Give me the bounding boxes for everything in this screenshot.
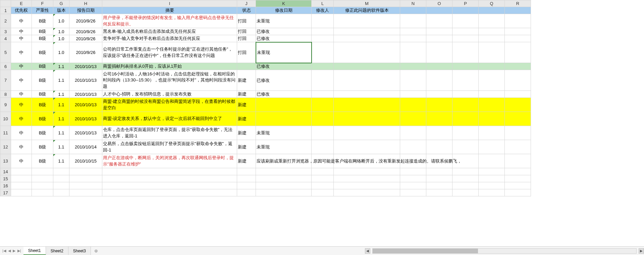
cell-N14[interactable] bbox=[400, 168, 426, 175]
cell-P7[interactable] bbox=[452, 70, 479, 91]
header-cell-K[interactable]: 修改日期 bbox=[256, 7, 312, 14]
cell-H10[interactable]: 2010/10/13 bbox=[69, 112, 102, 126]
cell-R7[interactable] bbox=[505, 70, 531, 91]
cell-E13[interactable]: 中 bbox=[11, 154, 32, 168]
cell-E3[interactable]: 中 bbox=[11, 28, 32, 35]
cell-N17[interactable] bbox=[400, 189, 426, 196]
cell-J13[interactable]: 新建 bbox=[237, 154, 256, 168]
cell-O13[interactable] bbox=[426, 154, 452, 168]
cell-J6[interactable] bbox=[237, 63, 256, 70]
header-cell-L[interactable]: 修改人 bbox=[312, 7, 334, 14]
cell-G7[interactable]: 1.1 bbox=[53, 70, 69, 91]
cell-F5[interactable]: B级 bbox=[32, 42, 53, 63]
cell-O3[interactable] bbox=[426, 28, 452, 35]
add-sheet-button[interactable]: ⊕ bbox=[91, 248, 101, 253]
cell-M17[interactable] bbox=[334, 189, 400, 196]
cell-R15[interactable] bbox=[505, 175, 531, 182]
horizontal-scrollbar[interactable] bbox=[372, 248, 637, 254]
cell-E6[interactable]: 中 bbox=[11, 63, 32, 70]
cell-N10[interactable] bbox=[400, 112, 426, 126]
cell-Q12[interactable] bbox=[479, 140, 505, 154]
row-header-11[interactable]: 11 bbox=[0, 126, 11, 140]
cell-Q4[interactable] bbox=[479, 35, 505, 42]
header-cell-O[interactable] bbox=[426, 7, 452, 14]
cell-G11[interactable]: 1.1 bbox=[53, 126, 69, 140]
cell-G3[interactable]: 1.0 bbox=[53, 28, 69, 35]
cell-J3[interactable]: 打回 bbox=[237, 28, 256, 35]
cell-I9[interactable]: 商盟-建立商盟的时候没有商盟公告和商盟简述字段，在查看的时候都是空白 bbox=[102, 98, 237, 112]
cell-N9[interactable] bbox=[400, 98, 426, 112]
cell-O16[interactable] bbox=[426, 182, 452, 189]
header-cell-R[interactable] bbox=[505, 7, 531, 14]
tab-nav-prev[interactable]: ◀ bbox=[7, 249, 12, 253]
row-header-6[interactable]: 6 bbox=[0, 63, 11, 70]
cell-Q15[interactable] bbox=[479, 175, 505, 182]
hscroll-left[interactable]: ◀ bbox=[365, 248, 370, 254]
cell-L14[interactable] bbox=[312, 168, 334, 175]
cell-Q2[interactable] bbox=[479, 14, 505, 28]
cell-J4[interactable]: 打回 bbox=[237, 35, 256, 42]
cell-O15[interactable] bbox=[426, 175, 452, 182]
cell-O17[interactable] bbox=[426, 189, 452, 196]
header-cell-E[interactable]: 优先权 bbox=[11, 7, 32, 14]
cell-K10[interactable] bbox=[256, 112, 312, 126]
cell-H6[interactable]: 2010/10/13 bbox=[69, 63, 102, 70]
cell-F16[interactable] bbox=[32, 182, 53, 189]
cell-J8[interactable]: 新建 bbox=[237, 91, 256, 98]
cell-L12[interactable] bbox=[312, 140, 334, 154]
cell-R16[interactable] bbox=[505, 182, 531, 189]
cell-L8[interactable] bbox=[312, 91, 334, 98]
cell-K17[interactable] bbox=[256, 189, 312, 196]
cell-R9[interactable] bbox=[505, 98, 531, 112]
row-header-7[interactable]: 7 bbox=[0, 70, 11, 91]
cell-I16[interactable] bbox=[102, 182, 237, 189]
cell-Q9[interactable] bbox=[479, 98, 505, 112]
cell-P14[interactable] bbox=[452, 168, 479, 175]
cell-I12[interactable]: 交易所，点击贩卖按钮后返回到了登录页面提示"获取命令失败"，返回-1 bbox=[102, 140, 237, 154]
cell-H2[interactable]: 2010/9/26 bbox=[69, 14, 102, 28]
column-header-J[interactable]: J bbox=[237, 0, 256, 7]
cell-N5[interactable] bbox=[400, 42, 426, 63]
cell-I3[interactable]: 黑名单-输入成员名称后点击添加成员无任何反应 bbox=[102, 28, 237, 35]
cell-K6[interactable]: 已修改 bbox=[256, 63, 312, 70]
cell-F7[interactable]: B级 bbox=[32, 70, 53, 91]
cell-P12[interactable] bbox=[452, 140, 479, 154]
column-header-G[interactable]: G bbox=[53, 0, 69, 7]
cell-N13[interactable] bbox=[400, 154, 426, 168]
cell-G8[interactable]: 1.1 bbox=[53, 91, 69, 98]
cell-J12[interactable]: 新建 bbox=[237, 140, 256, 154]
cell-K15[interactable] bbox=[256, 175, 312, 182]
cell-I8[interactable]: 人才中心-招聘，发布招聘信息，提示发布失败 bbox=[102, 91, 237, 98]
cell-H17[interactable] bbox=[69, 189, 102, 196]
cell-F12[interactable]: B级 bbox=[32, 140, 53, 154]
cell-H11[interactable]: 2010/10/13 bbox=[69, 126, 102, 140]
cell-N3[interactable] bbox=[400, 28, 426, 35]
cell-I15[interactable] bbox=[102, 175, 237, 182]
cell-R6[interactable] bbox=[505, 63, 531, 70]
cell-R14[interactable] bbox=[505, 168, 531, 175]
tab-nav-last[interactable]: ▶| bbox=[16, 249, 22, 253]
cell-H4[interactable]: 2010/9/26 bbox=[69, 35, 102, 42]
header-cell-N[interactable] bbox=[400, 7, 426, 14]
cell-R4[interactable] bbox=[505, 35, 531, 42]
cell-I7[interactable]: 公司16小时活动，人物16小时活动，点击信息处理按钮，在相对应的时间段内（13:… bbox=[102, 70, 237, 91]
column-header-N[interactable]: N bbox=[400, 0, 426, 7]
cell-E2[interactable]: 中 bbox=[11, 14, 32, 28]
column-header-P[interactable]: P bbox=[452, 0, 479, 7]
cell-L16[interactable] bbox=[312, 182, 334, 189]
header-cell-G[interactable]: 版本 bbox=[53, 7, 69, 14]
cell-L11[interactable] bbox=[312, 126, 334, 140]
cell-R10[interactable] bbox=[505, 112, 531, 126]
cell-Q8[interactable] bbox=[479, 91, 505, 98]
cell-N16[interactable] bbox=[400, 182, 426, 189]
cell-G4[interactable]: 1.0 bbox=[53, 35, 69, 42]
header-cell-H[interactable]: 报告日期 bbox=[69, 7, 102, 14]
cell-N12[interactable] bbox=[400, 140, 426, 154]
cell-E9[interactable]: 中 bbox=[11, 98, 32, 112]
cell-G2[interactable]: 1.0 bbox=[53, 14, 69, 28]
cell-N6[interactable] bbox=[400, 63, 426, 70]
hscroll-thumb[interactable] bbox=[373, 249, 478, 253]
cell-F10[interactable]: B级 bbox=[32, 112, 53, 126]
cell-P13[interactable] bbox=[452, 154, 479, 168]
cell-R17[interactable] bbox=[505, 189, 531, 196]
